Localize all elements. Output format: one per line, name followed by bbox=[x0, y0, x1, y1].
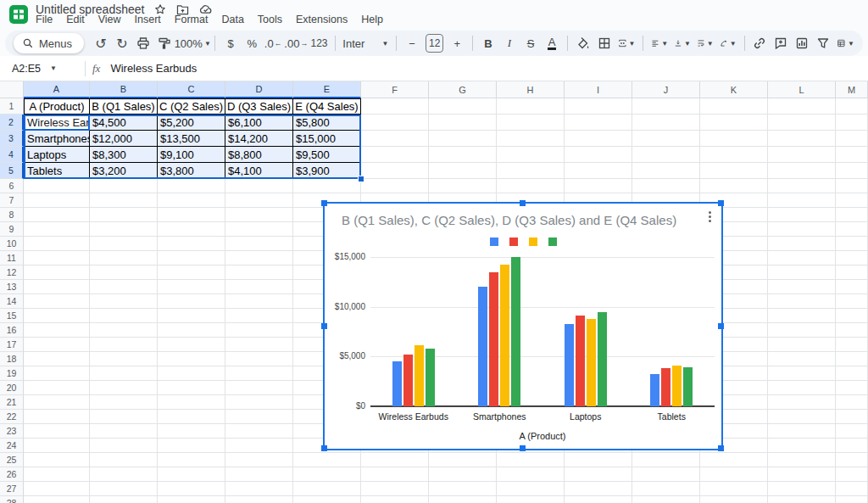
print-button[interactable] bbox=[136, 33, 151, 53]
insert-comment-button[interactable] bbox=[773, 33, 788, 53]
menu-format[interactable]: Format bbox=[175, 14, 209, 25]
horizontal-align-button[interactable]: ▼ bbox=[651, 33, 668, 53]
bar-tablets-d-q3-sales[interactable] bbox=[672, 366, 682, 406]
row-header-10[interactable]: 10 bbox=[0, 237, 24, 251]
row-header-19[interactable]: 19 bbox=[0, 366, 24, 381]
text-wrap-button[interactable]: ▼ bbox=[697, 33, 714, 53]
undo-button[interactable]: ↺ bbox=[93, 33, 108, 53]
legend-swatch-c-q2-sales[interactable] bbox=[509, 238, 518, 246]
strikethrough-button[interactable]: S bbox=[523, 33, 538, 53]
menu-insert[interactable]: Insert bbox=[135, 14, 161, 25]
bar-laptops-b-q1-sales[interactable] bbox=[565, 324, 574, 406]
cell-E4[interactable]: $9,500 bbox=[293, 147, 361, 163]
bar-wireless-earbuds-e-q4-sales[interactable] bbox=[426, 349, 435, 406]
select-all-corner[interactable] bbox=[0, 81, 24, 98]
bar-wireless-earbuds-b-q1-sales[interactable] bbox=[392, 361, 402, 406]
cell-C5[interactable]: $3,800 bbox=[158, 163, 225, 179]
column-header-D[interactable]: D bbox=[225, 81, 293, 98]
name-box[interactable]: A2:E5 ▼ bbox=[0, 63, 78, 75]
row-header-18[interactable]: 18 bbox=[0, 352, 24, 366]
bar-smartphones-d-q3-sales[interactable] bbox=[500, 265, 509, 406]
cell-A5[interactable]: Tablets bbox=[24, 163, 90, 179]
decrease-decimals-button[interactable]: .0← bbox=[265, 33, 281, 53]
column-header-K[interactable]: K bbox=[700, 81, 768, 98]
chart-resize-handle[interactable] bbox=[321, 200, 327, 206]
menu-extensions[interactable]: Extensions bbox=[296, 14, 348, 25]
chart-resize-handle[interactable] bbox=[520, 445, 526, 451]
cell-E5[interactable]: $3,900 bbox=[293, 163, 361, 179]
bar-laptops-e-q4-sales[interactable] bbox=[598, 312, 607, 406]
bar-laptops-c-q2-sales[interactable] bbox=[576, 316, 585, 406]
row-header-24[interactable]: 24 bbox=[0, 439, 24, 453]
row-header-12[interactable]: 12 bbox=[0, 265, 24, 280]
column-header-L[interactable]: L bbox=[768, 81, 836, 98]
fill-color-button[interactable] bbox=[576, 33, 591, 53]
chart-resize-handle[interactable] bbox=[718, 445, 724, 451]
bar-smartphones-b-q1-sales[interactable] bbox=[478, 287, 487, 406]
active-cell[interactable]: Wireless Earbuds bbox=[24, 115, 90, 131]
paint-format-button[interactable] bbox=[157, 33, 172, 53]
cell-C4[interactable]: $9,100 bbox=[158, 147, 225, 163]
vertical-align-button[interactable]: ▼ bbox=[674, 33, 691, 53]
bar-tablets-b-q1-sales[interactable] bbox=[650, 374, 659, 406]
cell-A3[interactable]: Smartphones bbox=[24, 131, 90, 147]
row-header-5[interactable]: 5 bbox=[0, 163, 24, 179]
legend-swatch-b-q1-sales[interactable] bbox=[490, 238, 498, 246]
bar-laptops-d-q3-sales[interactable] bbox=[587, 319, 596, 406]
chart-resize-handle[interactable] bbox=[718, 200, 724, 206]
chart-options-icon[interactable] bbox=[709, 211, 711, 222]
cell-D4[interactable]: $8,800 bbox=[225, 147, 293, 163]
menu-data[interactable]: Data bbox=[221, 14, 243, 25]
row-header-13[interactable]: 13 bbox=[0, 280, 24, 294]
row-header-7[interactable]: 7 bbox=[0, 193, 24, 208]
row-header-1[interactable]: 1 bbox=[0, 98, 24, 115]
text-rotation-button[interactable]: ▼ bbox=[720, 33, 737, 53]
row-header-8[interactable]: 8 bbox=[0, 208, 24, 222]
font-size-input[interactable]: 12 bbox=[426, 34, 443, 53]
column-header-E[interactable]: E bbox=[293, 81, 361, 98]
cell-B1[interactable]: B (Q1 Sales) bbox=[90, 98, 158, 115]
column-header-F[interactable]: F bbox=[361, 81, 429, 98]
row-header-27[interactable]: 27 bbox=[0, 482, 24, 496]
row-header-22[interactable]: 22 bbox=[0, 410, 24, 424]
row-header-20[interactable]: 20 bbox=[0, 381, 24, 395]
column-header-A[interactable]: A bbox=[24, 81, 90, 98]
row-header-16[interactable]: 16 bbox=[0, 323, 24, 338]
legend-swatch-e-q4-sales[interactable] bbox=[548, 238, 557, 246]
column-header-B[interactable]: B bbox=[90, 81, 158, 98]
row-header-11[interactable]: 11 bbox=[0, 251, 24, 265]
menu-edit[interactable]: Edit bbox=[66, 14, 85, 25]
cell-E1[interactable]: E (Q4 Sales) bbox=[293, 98, 361, 115]
menu-tools[interactable]: Tools bbox=[258, 14, 282, 25]
cell-B5[interactable]: $3,200 bbox=[90, 163, 158, 179]
decrease-font-size-button[interactable]: − bbox=[404, 33, 420, 53]
row-header-14[interactable]: 14 bbox=[0, 294, 24, 309]
column-header-M[interactable]: M bbox=[836, 81, 868, 98]
create-filter-button[interactable] bbox=[815, 33, 831, 53]
bar-smartphones-c-q2-sales[interactable] bbox=[489, 272, 498, 406]
legend-swatch-d-q3-sales[interactable] bbox=[529, 238, 537, 246]
row-header-4[interactable]: 4 bbox=[0, 147, 24, 163]
chart-resize-handle[interactable] bbox=[321, 323, 327, 329]
chart-resize-handle[interactable] bbox=[321, 445, 327, 451]
cell-A4[interactable]: Laptops bbox=[24, 147, 90, 163]
table-views-button[interactable]: ▼ bbox=[837, 33, 854, 53]
row-header-15[interactable]: 15 bbox=[0, 309, 24, 323]
italic-button[interactable]: I bbox=[502, 33, 517, 53]
chart-resize-handle[interactable] bbox=[520, 200, 526, 206]
row-header-3[interactable]: 3 bbox=[0, 131, 24, 147]
cell-E2[interactable]: $5,800 bbox=[293, 115, 361, 131]
bold-button[interactable]: B bbox=[481, 33, 496, 53]
bar-tablets-c-q2-sales[interactable] bbox=[661, 368, 670, 406]
column-header-I[interactable]: I bbox=[565, 81, 632, 98]
cell-C3[interactable]: $13,500 bbox=[158, 131, 225, 147]
column-header-G[interactable]: G bbox=[429, 81, 497, 98]
bar-smartphones-e-q4-sales[interactable] bbox=[511, 257, 520, 406]
row-header-23[interactable]: 23 bbox=[0, 424, 24, 439]
bar-wireless-earbuds-c-q2-sales[interactable] bbox=[403, 355, 413, 406]
column-header-J[interactable]: J bbox=[632, 81, 700, 98]
cell-B4[interactable]: $8,300 bbox=[90, 147, 158, 163]
cell-C2[interactable]: $5,200 bbox=[158, 115, 225, 131]
insert-chart-button[interactable] bbox=[794, 33, 810, 53]
embedded-chart[interactable]: B (Q1 Sales), C (Q2 Sales), D (Q3 Sales)… bbox=[323, 202, 723, 450]
